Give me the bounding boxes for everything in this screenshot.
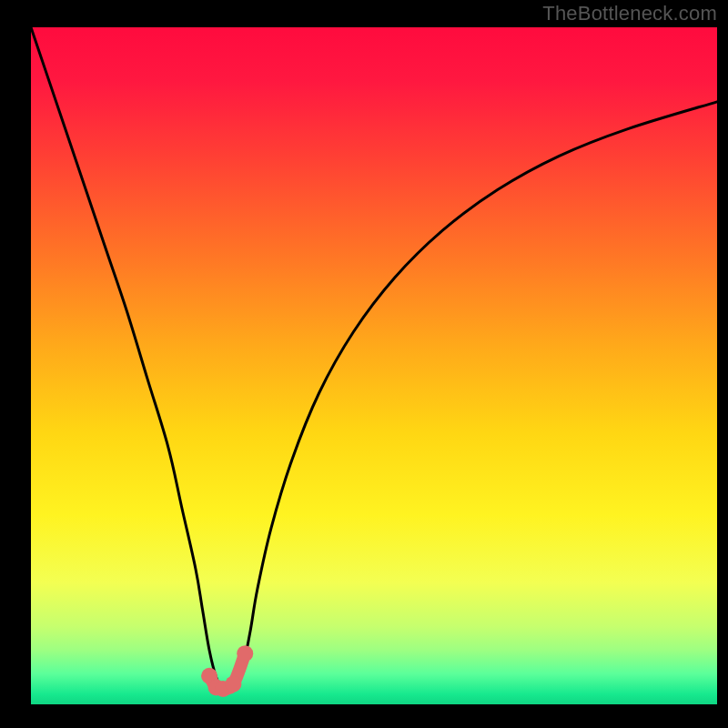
valley-marker <box>237 645 253 662</box>
chart-svg <box>0 0 728 728</box>
valley-marker <box>225 676 241 693</box>
gradient-background <box>31 27 717 704</box>
chart-frame: TheBottleneck.com <box>0 0 728 728</box>
